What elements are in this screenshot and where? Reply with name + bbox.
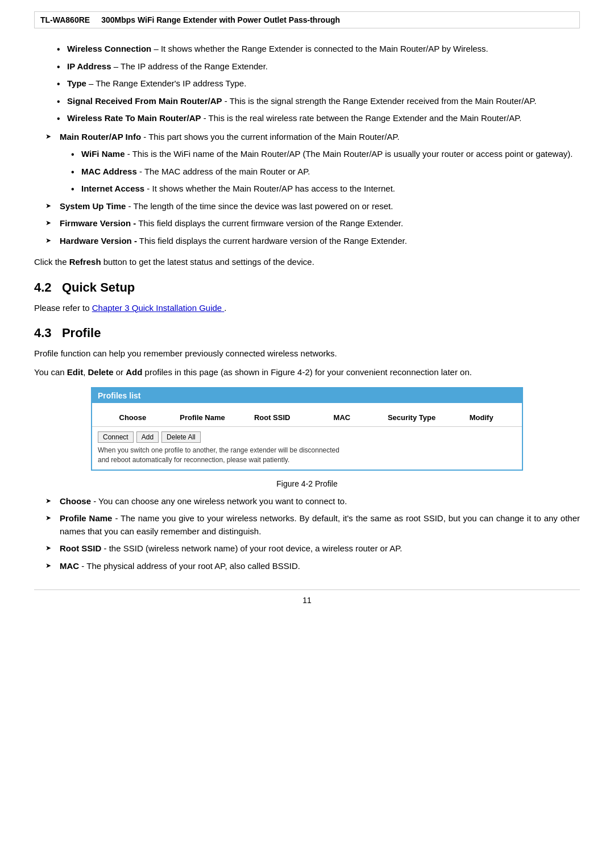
profiles-table: Profiles list Choose Profile Name Root S… [91, 387, 523, 471]
item-label: IP Address [67, 61, 111, 71]
section-43-heading: 4.3 Profile [34, 326, 580, 340]
item-text: The name you give to your wireless netwo… [60, 513, 580, 536]
list-item: Firmware Version - This field displays t… [45, 217, 580, 230]
item-text: This part shows you the current informat… [148, 132, 400, 142]
item-text: This is the signal strength the Range Ex… [230, 96, 537, 106]
item-separator: - [128, 201, 134, 211]
button-row: Connect Add Delete All [98, 431, 516, 443]
profiles-note-line1: When you switch one profile to another, … [98, 446, 339, 454]
sub-item-separator: - [147, 184, 152, 193]
section-42-number: 4.2 [34, 280, 52, 294]
refer-text-pre: Please refer to [34, 303, 92, 313]
connect-button[interactable]: Connect [98, 431, 134, 443]
sub-item-label: WiFi Name [81, 149, 125, 159]
refresh-text-pre: Click the [34, 257, 69, 267]
main-info-arrow-list: Main Router/AP Info - This part shows yo… [45, 131, 580, 248]
sub-item-text: This is the WiFi name of the Main Router… [132, 149, 573, 159]
col-modify: Modify [446, 413, 516, 422]
item-text: You can choose any one wireless network … [98, 496, 347, 506]
col-mac: MAC [307, 413, 377, 422]
col-choose: Choose [98, 413, 168, 422]
list-item: IP Address – The IP address of the Range… [57, 60, 580, 73]
sub-item-text: It shows whether the Main Router/AP has … [152, 184, 395, 193]
list-item: Hardware Version - This field displays t… [45, 235, 580, 248]
item-separator: - [115, 513, 121, 523]
list-item: Type – The Range Extender's IP address T… [57, 77, 580, 90]
bottom-arrow-list: Choose - You can choose any one wireless… [45, 495, 580, 573]
item-label: Wireless Rate To Main Router/AP [67, 113, 201, 123]
item-separator: - [93, 496, 98, 506]
item-label: MAC [60, 561, 79, 571]
item-text: This field displays the current hardware… [139, 236, 407, 246]
section-43-title: Profile [62, 326, 101, 340]
item-label: System Up Time [60, 201, 126, 211]
refer-text-end: . [224, 303, 226, 313]
refer-text: Please refer to Chapter 3 Quick Installa… [34, 302, 580, 315]
refresh-bold: Refresh [69, 257, 101, 267]
item-separator: - [81, 561, 86, 571]
profiles-table-columns: Choose Profile Name Root SSID MAC Securi… [92, 409, 522, 427]
col-security-type: Security Type [377, 413, 447, 422]
sub-list-item: WiFi Name - This is the WiFi name of the… [71, 148, 580, 161]
page-number: 11 [302, 596, 312, 605]
item-separator: – [89, 78, 96, 88]
profile-description: You can Edit, Delete or Add profiles in … [34, 366, 580, 379]
item-label: Hardware Version - [60, 236, 137, 246]
item-text: This field displays the current firmware… [138, 218, 403, 228]
delete-bold: Delete [88, 367, 114, 377]
item-label: Wireless Connection [67, 44, 151, 53]
sub-item-label: MAC Address [81, 167, 137, 176]
header-bar: TL-WA860RE 300Mbps WiFi Range Extender w… [34, 11, 580, 28]
page-footer: 11 [34, 589, 580, 605]
sub-list-item: Internet Access - It shows whether the M… [71, 182, 580, 196]
item-label: Choose [60, 496, 91, 506]
refresh-text-post: button to get the latest status and sett… [103, 257, 314, 267]
item-label: Main Router/AP Info [60, 132, 141, 142]
item-separator: – [154, 44, 161, 53]
item-label: Type [67, 78, 86, 88]
section-42-title: Quick Setup [62, 280, 135, 294]
sub-list-item: MAC Address - The MAC address of the mai… [71, 165, 580, 178]
col-profile-name: Profile Name [168, 413, 238, 422]
item-label: Root SSID [60, 543, 101, 553]
list-item: Choose - You can choose any one wireless… [45, 495, 580, 508]
item-text: It shows whether the Range Extender is c… [161, 44, 488, 53]
list-item: System Up Time - The length of the time … [45, 200, 580, 213]
item-text: The Range Extender's IP address Type. [96, 78, 246, 88]
item-text: The physical address of your root AP, al… [86, 561, 300, 571]
header-title: 300Mbps WiFi Range Extender with Power O… [101, 15, 340, 24]
sub-item-separator: - [139, 167, 144, 176]
edit-bold: Edit [67, 367, 83, 377]
item-text: the SSID (wireless network name) of your… [109, 543, 403, 553]
page-container: TL-WA860RE 300Mbps WiFi Range Extender w… [0, 0, 614, 868]
item-separator: - [104, 543, 109, 553]
delete-all-button[interactable]: Delete All [161, 431, 201, 443]
list-item: Profile Name - The name you give to your… [45, 512, 580, 538]
item-text: The IP address of the Range Extender. [121, 61, 268, 71]
item-text: The length of the time since the device … [134, 201, 393, 211]
item-separator: - [225, 96, 230, 106]
list-item: Signal Received From Main Router/AP - Th… [57, 95, 580, 108]
item-separator: – [114, 61, 118, 71]
quick-installation-guide-link[interactable]: Chapter 3 Quick Installation Guide [92, 303, 225, 313]
item-separator: - [143, 132, 148, 142]
sub-bullet-list: WiFi Name - This is the WiFi name of the… [71, 148, 580, 196]
item-separator: - [204, 113, 209, 123]
list-item: Main Router/AP Info - This part shows yo… [45, 131, 580, 196]
sub-item-text: The MAC address of the main Router or AP… [144, 167, 310, 176]
item-text: This is the real wireless rate between t… [209, 113, 522, 123]
refresh-note: Click the Refresh button to get the late… [34, 256, 580, 269]
add-button[interactable]: Add [136, 431, 159, 443]
list-item: Root SSID - the SSID (wireless network n… [45, 542, 580, 555]
profile-intro: Profile function can help you remember p… [34, 347, 580, 360]
section-42-heading: 4.2 Quick Setup [34, 280, 580, 295]
profiles-note-line2: and reboot automatically for reconnectio… [98, 456, 289, 464]
section-43-number: 4.3 [34, 326, 52, 340]
list-item: MAC - The physical address of your root … [45, 560, 580, 573]
item-label: Firmware Version - [60, 218, 136, 228]
wireless-bullet-list: Wireless Connection – It shows whether t… [57, 43, 580, 125]
figure-caption: Figure 4-2 Profile [34, 479, 580, 488]
item-label: Signal Received From Main Router/AP [67, 96, 222, 106]
sub-item-separator: - [127, 149, 132, 159]
sub-item-label: Internet Access [81, 184, 144, 193]
